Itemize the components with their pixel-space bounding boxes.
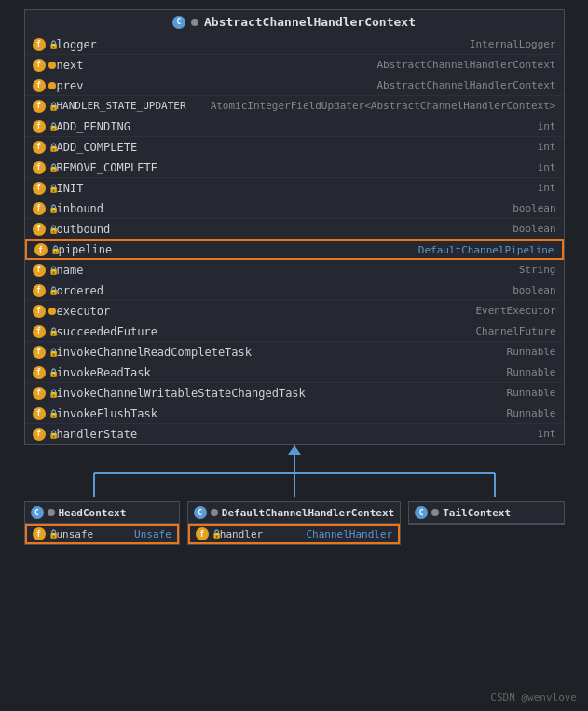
field-row-invokeFlushTask[interactable]: f🔒invokeFlushTaskRunnable — [25, 403, 564, 424]
field-icon-group: f — [33, 305, 53, 318]
field-icon-group: f🔒 — [33, 202, 53, 215]
field-row-invokeReadTask[interactable]: f🔒invokeReadTaskRunnable — [25, 362, 564, 383]
field-name: REMOVE_COMPLETE — [53, 161, 538, 174]
connector-area — [24, 445, 565, 497]
field-f-icon: f — [33, 202, 46, 215]
watermark: CSDN @wenvlove — [490, 691, 577, 704]
field-f-icon: f — [33, 38, 46, 51]
field-f-icon: f — [33, 223, 46, 236]
field-row-handlerState[interactable]: f🔒handlerStateint — [25, 424, 564, 444]
field-f-icon: f — [33, 366, 46, 379]
field-name: next — [53, 59, 377, 72]
field-row-ordered[interactable]: f🔒orderedboolean — [25, 280, 564, 301]
subclass-c-icon: C — [194, 506, 207, 519]
subclass-c-icon: C — [31, 506, 44, 519]
subfield-row-unsafe[interactable]: f🔒unsafeUnsafe — [25, 524, 179, 544]
field-name: invokeFlushTask — [53, 407, 507, 420]
field-name: HANDLER_STATE_UPDATER — [53, 100, 211, 112]
field-f-icon: f — [34, 243, 48, 256]
field-f-icon: f — [33, 100, 46, 113]
field-name: outbound — [53, 223, 513, 236]
field-f-icon: f — [33, 346, 46, 359]
field-icon-group: f🔒 — [33, 346, 53, 359]
field-row-invokeChannelReadCompleteTask[interactable]: f🔒invokeChannelReadCompleteTaskRunnable — [25, 342, 564, 362]
field-f-icon: f — [33, 325, 46, 338]
field-type: int — [538, 161, 556, 173]
subfield-type: Unsafe — [134, 528, 171, 540]
field-name: ADD_COMPLETE — [53, 141, 538, 154]
field-icon-group: f🔒 — [33, 120, 53, 133]
field-type: int — [538, 120, 556, 132]
field-f-icon: f — [33, 120, 46, 133]
field-type: String — [519, 264, 556, 276]
subfield-name: handler — [216, 528, 307, 540]
field-row-invokeChannelWritableStateChangedTask[interactable]: f🔒invokeChannelWritableStateChangedTaskR… — [25, 383, 564, 403]
subclass-title: DefaultChannelHandlerContext — [222, 507, 394, 519]
subclass-header-TailContext: CTailContext — [409, 502, 563, 524]
field-type: int — [538, 182, 556, 194]
subclass-c-icon: C — [415, 506, 428, 519]
field-type: int — [538, 141, 556, 153]
subclass-HeadContext: CHeadContextf🔒unsafeUnsafe — [24, 501, 180, 545]
field-row-handler_state_updater[interactable]: f🔒HANDLER_STATE_UPDATERAtomicIntegerFiel… — [25, 96, 564, 116]
field-row-add_complete[interactable]: f🔒ADD_COMPLETEint — [25, 137, 564, 157]
field-row-inbound[interactable]: f🔒inboundboolean — [25, 198, 564, 219]
main-class-title: AbstractChannelHandlerContext — [204, 15, 416, 29]
field-name: executor — [53, 305, 476, 318]
field-type: DefaultChannelPipeline — [418, 244, 554, 256]
field-name: pipeline — [55, 243, 418, 256]
field-icon-group: f🔒 — [33, 182, 53, 195]
subfield-name: unsafe — [53, 528, 135, 540]
class-icon: C — [172, 16, 185, 29]
subfield-row-handler[interactable]: f🔒handlerChannelHandler — [188, 524, 400, 544]
field-row-outbound[interactable]: f🔒outboundboolean — [25, 219, 564, 239]
field-row-pipeline[interactable]: f🔒pipelineDefaultChannelPipeline — [25, 239, 564, 260]
svg-marker-1 — [288, 445, 301, 455]
field-f-icon: f — [33, 79, 46, 92]
field-type: Runnable — [507, 407, 556, 419]
field-f-icon: f — [33, 428, 46, 441]
field-icon-group: f🔒 — [33, 428, 53, 441]
field-type: Runnable — [507, 387, 556, 399]
field-name: logger — [53, 38, 470, 51]
field-row-prev[interactable]: fprevAbstractChannelHandlerContext — [25, 75, 564, 96]
field-icon-group: f🔒 — [33, 284, 53, 297]
field-row-succeededFuture[interactable]: f🔒succeededFutureChannelFuture — [25, 321, 564, 342]
field-row-next[interactable]: fnextAbstractChannelHandlerContext — [25, 55, 564, 75]
field-row-add_pending[interactable]: f🔒ADD_PENDINGint — [25, 116, 564, 137]
field-icon-group: f🔒 — [33, 387, 53, 400]
field-type: boolean — [513, 284, 555, 296]
main-class-header: C AbstractChannelHandlerContext — [25, 10, 564, 34]
field-icon-group: f🔒 — [33, 325, 53, 338]
field-f-icon: f — [33, 264, 46, 277]
field-icon-group: f🔒 — [33, 407, 53, 420]
field-type: ChannelFuture — [475, 325, 555, 337]
field-icon-group: f🔒 — [33, 38, 53, 51]
field-f-icon: f — [33, 59, 46, 72]
field-type: boolean — [513, 202, 555, 214]
field-f-icon: f — [33, 527, 46, 540]
subclass-TailContext: CTailContext — [408, 501, 564, 525]
field-icon-group: f🔒 — [33, 161, 53, 174]
field-type: boolean — [513, 223, 555, 235]
field-name: ADD_PENDING — [53, 120, 538, 133]
field-icon-group: f🔒 — [33, 223, 53, 236]
field-type: AbstractChannelHandlerContext — [376, 59, 555, 71]
field-row-init[interactable]: f🔒INITint — [25, 178, 564, 198]
field-f-icon: f — [33, 407, 46, 420]
field-type: Runnable — [507, 346, 556, 358]
field-f-icon: f — [33, 305, 46, 318]
field-row-name[interactable]: f🔒nameString — [25, 260, 564, 280]
field-row-remove_complete[interactable]: f🔒REMOVE_COMPLETEint — [25, 157, 564, 178]
subclass-header-HeadContext: CHeadContext — [25, 502, 179, 524]
subclass-dot — [211, 509, 218, 516]
field-name: inbound — [53, 202, 513, 215]
field-row-executor[interactable]: fexecutorEventExecutor — [25, 301, 564, 321]
field-row-logger[interactable]: f🔒loggerInternalLogger — [25, 34, 564, 55]
subclass-header-DefaultChannelHandlerContext: CDefaultChannelHandlerContext — [188, 502, 400, 524]
field-icon-group: f — [33, 59, 53, 72]
field-f-icon: f — [33, 284, 46, 297]
visibility-dot — [191, 19, 198, 26]
field-type: AbstractChannelHandlerContext — [376, 79, 555, 91]
subclass-dot — [48, 509, 55, 516]
